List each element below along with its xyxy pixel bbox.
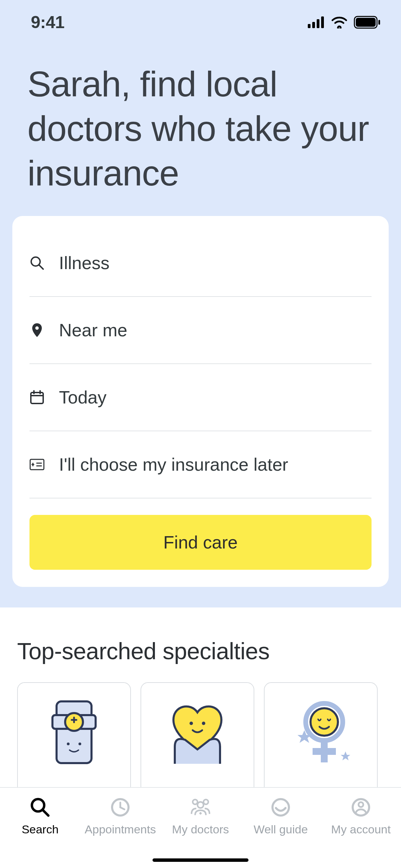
svg-point-27 xyxy=(202,722,205,725)
status-icons xyxy=(308,16,380,29)
insurance-value: I'll choose my insurance later xyxy=(59,454,288,475)
insurance-card-icon xyxy=(29,457,45,472)
svg-rect-31 xyxy=(313,748,336,755)
doctors-group-icon xyxy=(189,795,212,819)
tab-my-account[interactable]: My account xyxy=(321,795,401,836)
svg-point-38 xyxy=(204,799,208,804)
specialties-heading: Top-searched specialties xyxy=(17,638,384,664)
tab-label: My doctors xyxy=(172,823,229,836)
svg-line-33 xyxy=(43,810,48,816)
svg-point-29 xyxy=(311,708,338,736)
specialties-section: Top-searched specialties Video visit xyxy=(0,607,401,787)
tab-label: My account xyxy=(331,823,391,836)
search-icon xyxy=(29,255,45,270)
smile-circle-icon xyxy=(269,795,293,819)
specialty-label: Video visit xyxy=(40,784,108,787)
specialty-card-primary-care[interactable]: Primary care xyxy=(141,682,254,787)
tab-search[interactable]: Search xyxy=(0,795,80,836)
svg-rect-10 xyxy=(31,393,43,403)
svg-line-36 xyxy=(120,807,124,809)
home-indicator xyxy=(153,858,248,862)
video-visit-illustration xyxy=(40,695,108,771)
specialty-card-obgyn[interactable]: OBGYN xyxy=(264,682,378,787)
insurance-field[interactable]: I'll choose my insurance later xyxy=(29,431,372,498)
search-icon xyxy=(28,795,52,819)
svg-rect-19 xyxy=(57,701,92,763)
tab-label: Well guide xyxy=(254,823,308,836)
svg-rect-5 xyxy=(356,18,376,27)
specialty-label: Primary care xyxy=(155,784,240,787)
date-field[interactable]: Today xyxy=(29,364,372,431)
svg-rect-0 xyxy=(308,24,311,28)
search-query-value: Illness xyxy=(59,253,109,273)
svg-rect-2 xyxy=(317,19,319,28)
svg-point-26 xyxy=(190,722,193,725)
hero: Sarah, find local doctors who take your … xyxy=(0,45,401,216)
tab-appointments[interactable]: Appointments xyxy=(80,795,160,836)
obgyn-illustration xyxy=(287,695,355,771)
specialty-label: OBGYN xyxy=(294,784,348,787)
location-field[interactable]: Near me xyxy=(29,297,372,364)
tab-bar: Search Appointments My doctors Well guid… xyxy=(0,787,401,868)
status-time: 9:41 xyxy=(31,12,64,32)
search-card: Illness Near me Today I'll choose my ins… xyxy=(12,216,389,587)
svg-point-39 xyxy=(197,802,204,808)
find-care-button[interactable]: Find care xyxy=(29,515,372,570)
svg-point-37 xyxy=(193,799,197,804)
location-value: Near me xyxy=(59,320,127,340)
svg-rect-1 xyxy=(312,22,315,28)
specialty-card-video-visit[interactable]: Video visit xyxy=(17,682,131,787)
account-circle-icon xyxy=(349,795,373,819)
svg-point-25 xyxy=(78,743,81,745)
tab-label: Appointments xyxy=(85,823,156,836)
location-pin-icon xyxy=(29,323,45,338)
svg-rect-6 xyxy=(378,20,380,25)
svg-point-44 xyxy=(359,802,363,807)
clock-icon xyxy=(108,795,132,819)
page-title: Sarah, find local doctors who take your … xyxy=(27,62,374,195)
date-value: Today xyxy=(59,387,107,408)
svg-line-8 xyxy=(39,265,43,269)
status-bar: 9:41 xyxy=(0,0,401,45)
wifi-icon xyxy=(331,16,348,28)
svg-point-9 xyxy=(35,326,39,330)
tab-my-doctors[interactable]: My doctors xyxy=(160,795,241,836)
specialty-cards: Video visit Primary care xyxy=(17,682,384,787)
tab-well-guide[interactable]: Well guide xyxy=(241,795,321,836)
primary-care-illustration xyxy=(163,695,232,771)
svg-rect-3 xyxy=(321,16,324,28)
calendar-icon xyxy=(29,390,45,405)
svg-point-42 xyxy=(272,799,289,816)
search-query-field[interactable]: Illness xyxy=(29,230,372,297)
tab-label: Search xyxy=(22,823,59,836)
cellular-icon xyxy=(308,16,325,28)
svg-point-24 xyxy=(67,743,70,745)
battery-icon xyxy=(354,16,380,29)
